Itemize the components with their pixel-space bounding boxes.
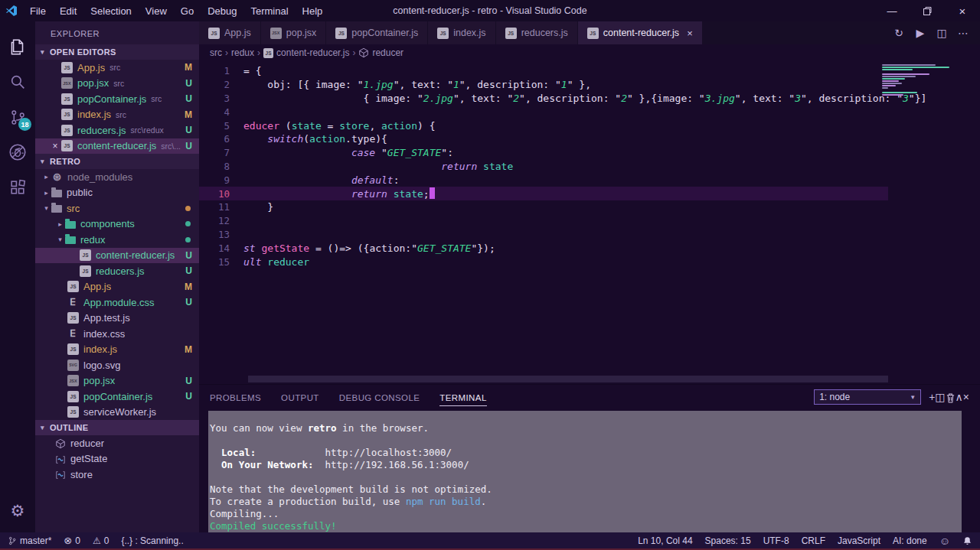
terminal[interactable]: You can now view retro in the browser. L… (208, 411, 962, 532)
menu-go[interactable]: Go (174, 5, 201, 17)
menu-edit[interactable]: Edit (53, 5, 83, 17)
tree-item[interactable]: JSserviceWorker.js (35, 405, 199, 421)
open-editor-item[interactable]: JSpopContainer.jssrcU (35, 91, 199, 107)
menu-terminal[interactable]: Terminal (243, 5, 295, 17)
editor[interactable]: 1= {2 obj: [{ image: "1.jpg", text: "1",… (199, 61, 980, 384)
menu-debug[interactable]: Debug (201, 5, 243, 17)
minimap[interactable] (882, 64, 952, 96)
outline-item[interactable]: reducer (35, 435, 199, 451)
settings-gear-button[interactable]: ⚙ (0, 497, 35, 525)
sync-icon[interactable]: ↻ (890, 27, 908, 39)
tab-pop-jsx[interactable]: JSXpop.jsx (261, 21, 327, 44)
breadcrumb-item[interactable]: redux (231, 47, 254, 58)
maximize-panel-icon[interactable]: ∧ (956, 391, 963, 403)
tree-item[interactable]: ▸⊛node_modules (35, 169, 199, 185)
menu-file[interactable]: File (23, 5, 53, 17)
activitybar-extensions[interactable] (0, 170, 35, 205)
breadcrumb-item[interactable]: JScontent-reducer.js (263, 47, 349, 58)
tab-popContainer-js[interactable]: JSpopContainer.js (326, 21, 428, 44)
open-editor-item[interactable]: ×JScontent-reducer.jssrc\...U (35, 138, 199, 155)
menu-selection[interactable]: Selection (83, 5, 138, 17)
open-editor-item[interactable]: JSApp.jssrcM (35, 60, 199, 76)
status-branch[interactable]: master* (8, 535, 51, 546)
status-item-right-3[interactable]: CRLF (802, 535, 825, 546)
code-line[interactable]: 6 switch(action.type){ (199, 132, 980, 146)
code-line[interactable]: 7 case "GET_STATE": (199, 146, 980, 160)
open-editor-item[interactable]: JSreducers.jssrc\reduxU (35, 122, 199, 138)
status-bell[interactable] (962, 535, 972, 546)
status-item-right-2[interactable]: UTF-8 (763, 535, 789, 546)
code-line[interactable]: 8 return state (199, 160, 980, 174)
breadcrumb-item[interactable]: reducer (358, 47, 403, 59)
status-item-left-3[interactable]: {..} : Scanning.. (121, 535, 183, 546)
status-item-right-0[interactable]: Ln 10, Col 44 (638, 535, 692, 546)
code-line[interactable]: 2 obj: [{ image: "1.jpg", text: "1", des… (199, 78, 980, 92)
kill-terminal-icon[interactable] (946, 391, 956, 403)
menu-help[interactable]: Help (296, 5, 330, 17)
close-icon[interactable]: × (687, 28, 693, 39)
split-editor-icon[interactable]: ◫ (933, 27, 951, 39)
outline-item[interactable]: store (35, 467, 199, 483)
outline-header[interactable]: ▾ OUTLINE (35, 420, 199, 435)
code-line[interactable]: 3 { image: "2.jpg", text: "2", descripti… (199, 92, 980, 106)
panel-tab-output[interactable]: OUTPUT (281, 389, 319, 406)
panel-tab-terminal[interactable]: TERMINAL (439, 389, 486, 406)
folder-header[interactable]: ▾ RETRO (35, 154, 199, 169)
tree-item[interactable]: ∃App.module.cssU (35, 295, 199, 311)
close-icon[interactable]: × (49, 141, 61, 151)
horizontal-scrollbar[interactable] (248, 376, 888, 382)
status-item-right-4[interactable]: JavaScript (838, 535, 880, 546)
status-error[interactable]: ⊗0 (64, 535, 80, 546)
run-icon[interactable]: ▶ (911, 27, 929, 39)
code-line[interactable]: 11 } (199, 200, 980, 214)
more-actions-icon[interactable]: ⋯ (954, 27, 972, 39)
outline-item[interactable]: getState (35, 451, 199, 467)
breadcrumb[interactable]: src›redux›JScontent-reducer.js›reducer (199, 44, 980, 61)
tree-item[interactable]: JSpopContainer.jsU (35, 389, 199, 405)
tree-item[interactable]: ▸public (35, 185, 199, 201)
tree-item[interactable]: SVGlogo.svg (35, 357, 199, 373)
tab-reducers-js[interactable]: JSreducers.js (496, 21, 578, 44)
terminal-select[interactable]: 1: node ▼ (814, 389, 921, 405)
tree-item[interactable]: JSXpop.jsxU (35, 373, 199, 389)
tree-item[interactable]: ▾src (35, 200, 199, 216)
close-panel-icon[interactable]: × (963, 391, 969, 403)
activitybar-source-control[interactable]: 18 (0, 99, 35, 135)
panel-tab-problems[interactable]: PROBLEMS (210, 389, 261, 406)
tab-content-reducer-js[interactable]: JScontent-reducer.js× (578, 21, 703, 44)
menu-view[interactable]: View (139, 5, 174, 17)
activitybar-debug[interactable] (0, 135, 35, 170)
open-editor-item[interactable]: JSXpop.jsxsrcU (35, 76, 199, 92)
code-line[interactable]: 4 (199, 105, 980, 119)
code-line[interactable]: 10 return state; (199, 187, 888, 200)
code-line[interactable]: 13 (199, 228, 980, 242)
code-line[interactable]: 9 default: (199, 173, 980, 187)
status-item-right-1[interactable]: Spaces: 15 (705, 535, 751, 546)
panel-tab-debug-console[interactable]: DEBUG CONSOLE (339, 389, 420, 406)
open-editor-item[interactable]: JSindex.jssrcM (35, 107, 199, 123)
tree-item[interactable]: JSApp.test.js (35, 311, 199, 327)
code-line[interactable]: 1= { (199, 64, 980, 78)
minimize-button[interactable]: — (874, 0, 910, 21)
split-terminal-icon[interactable]: ◫ (935, 391, 945, 403)
tree-item[interactable]: JSindex.jsM (35, 342, 199, 358)
activitybar-explorer[interactable] (0, 29, 35, 64)
status-smiley[interactable]: ☺ (939, 535, 950, 547)
status-warning[interactable]: ⚠0 (93, 535, 109, 546)
tree-item[interactable]: JScontent-reducer.jsU (35, 248, 199, 264)
code-line[interactable]: 14st getState = ()=> ({action:"GET_STATE… (199, 241, 980, 255)
tab-App-js[interactable]: JSApp.js (199, 21, 261, 44)
close-window-button[interactable]: × (945, 0, 980, 21)
tree-item[interactable]: ▸components (35, 216, 199, 233)
open-editors-header[interactable]: ▾ OPEN EDITORS (35, 44, 199, 60)
restore-button[interactable] (910, 0, 945, 21)
code-line[interactable]: 12 (199, 214, 980, 228)
tree-item[interactable]: JSApp.jsM (35, 279, 199, 295)
tree-item[interactable]: ▾redux (35, 232, 199, 248)
tab-index-js[interactable]: JSindex.js (428, 21, 495, 44)
breadcrumb-item[interactable]: src (210, 47, 222, 58)
tree-item[interactable]: ∃index.css (35, 326, 199, 342)
code-line[interactable]: 15ult reducer (199, 255, 980, 268)
code-line[interactable]: 5educer (state = store, action) { (199, 119, 980, 132)
status-item-right-5[interactable]: AI: done (893, 535, 927, 546)
